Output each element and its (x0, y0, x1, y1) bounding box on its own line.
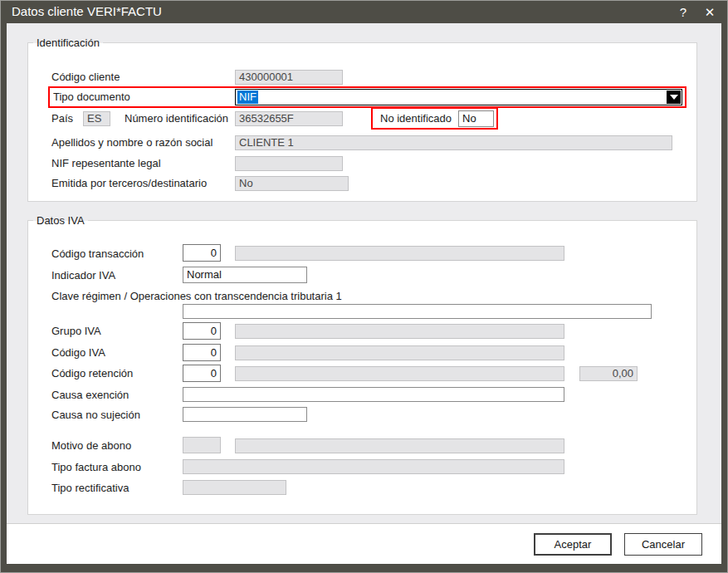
titlebar: Datos cliente VERI*FACTU ? ✕ (1, 1, 727, 23)
nif-representante-field (235, 156, 343, 171)
numero-identificacion-label: Número identificación (125, 112, 228, 125)
indicador-iva-label: Indicador IVA (51, 269, 115, 282)
grupo-iva-code-field[interactable]: 0 (183, 322, 221, 340)
pais-label: País (51, 112, 73, 125)
no-identificado-field[interactable]: No (458, 110, 494, 127)
codigo-transaccion-label: Código transacción (51, 247, 144, 260)
causa-exencion-label: Causa exención (51, 389, 129, 401)
help-button[interactable]: ? (674, 3, 692, 22)
motivo-abono-code-field (183, 437, 221, 453)
codigo-cliente-field: 430000001 (235, 70, 343, 85)
codigo-transaccion-desc-field (235, 246, 564, 261)
codigo-iva-code-field[interactable]: 0 (183, 344, 221, 361)
causa-no-sujecion-field[interactable] (183, 407, 307, 422)
pais-field: ES (83, 111, 110, 126)
tipo-factura-abono-label: Tipo factura abono (51, 461, 141, 473)
retencion-amount-field: 0,00 (579, 366, 638, 381)
tipo-factura-abono-field (183, 459, 564, 474)
nif-representante-label: NIF repesentante legal (51, 157, 161, 169)
help-icon: ? (680, 5, 686, 19)
dialog-window: Datos cliente VERI*FACTU ? ✕ Identificac… (0, 0, 728, 573)
codigo-cliente-label: Código cliente (51, 71, 120, 83)
numero-identificacion-field: 36532655F (235, 111, 343, 126)
apellidos-label: Apellidos y nombre o razón social (51, 136, 213, 149)
tipo-rectificativa-field (183, 480, 286, 495)
footer-bar (7, 523, 721, 564)
causa-no-sujecion-label: Causa no sujeción (51, 409, 140, 421)
codigo-iva-label: Código IVA (51, 346, 105, 359)
tipo-documento-combo[interactable]: NIF (235, 89, 682, 105)
indicador-iva-field[interactable]: Normal (183, 267, 307, 283)
grupo-iva-label: Grupo IVA (51, 325, 101, 337)
combo-dropdown-button[interactable] (667, 91, 681, 104)
cancel-button[interactable]: Cancelar (624, 533, 702, 556)
window-title: Datos cliente VERI*FACTU (12, 4, 162, 18)
motivo-abono-desc-field (235, 438, 564, 453)
accept-button[interactable]: Aceptar (534, 533, 612, 556)
apellidos-field: CLIENTE 1 (235, 135, 672, 150)
datos-iva-legend: Datos IVA (33, 214, 88, 227)
clave-regimen-field[interactable] (183, 304, 652, 319)
causa-exencion-field[interactable] (183, 387, 564, 402)
codigo-transaccion-code-field[interactable]: 0 (183, 244, 221, 262)
clave-regimen-label: Clave régimen / Operaciones con transcen… (51, 290, 342, 302)
identificacion-legend: Identificación (33, 37, 103, 49)
tipo-documento-label: Tipo documento (53, 91, 130, 103)
close-button[interactable]: ✕ (701, 3, 719, 22)
emitida-terceros-label: Emitida por terceros/destinatario (51, 177, 207, 189)
combo-selected-value: NIF (237, 91, 258, 104)
emitida-terceros-field: No (235, 176, 349, 191)
codigo-retencion-label: Código retención (51, 367, 133, 380)
tipo-rectificativa-label: Tipo rectificativa (51, 482, 129, 494)
no-identificado-label: No identificado (380, 112, 452, 125)
motivo-abono-label: Motivo de abono (51, 439, 131, 452)
codigo-retencion-desc-field (235, 366, 564, 381)
chevron-down-icon (670, 95, 678, 100)
grupo-iva-desc-field (235, 324, 564, 339)
codigo-iva-desc-field (235, 345, 564, 360)
close-icon: ✕ (705, 5, 716, 19)
codigo-retencion-code-field[interactable]: 0 (183, 365, 221, 382)
